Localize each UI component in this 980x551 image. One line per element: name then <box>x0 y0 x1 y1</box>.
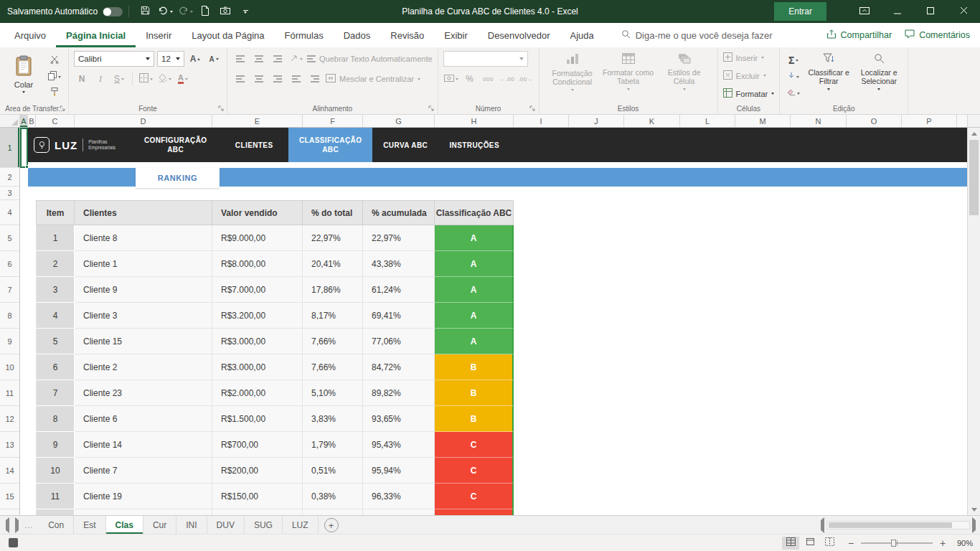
column-header-j[interactable]: J <box>569 115 624 127</box>
column-header-n[interactable]: N <box>791 115 847 127</box>
column-header-k[interactable]: K <box>624 115 680 127</box>
row-header-3[interactable]: 3 <box>0 187 19 200</box>
autosum-button[interactable]: Σ <box>785 54 802 67</box>
cliente-cell[interactable]: Cliente 3 <box>75 303 212 329</box>
valor-cell[interactable]: R$9.000,00 <box>212 225 303 251</box>
horizontal-scroll-thumb[interactable] <box>829 522 952 528</box>
cliente-cell[interactable]: Cliente 14 <box>75 432 212 458</box>
autosave-control[interactable]: Salvamento Automático <box>7 6 123 17</box>
column-header-c[interactable]: C <box>36 115 75 127</box>
cell-styles-button[interactable]: Estilos de Célula <box>656 50 712 96</box>
column-header-d[interactable]: D <box>75 115 212 127</box>
italic-button[interactable]: I <box>93 71 108 87</box>
minimize-button[interactable] <box>881 0 914 23</box>
vertical-scroll-thumb[interactable] <box>969 140 979 215</box>
scroll-down-button[interactable] <box>968 504 980 515</box>
row-header-10[interactable]: 10 <box>0 354 19 380</box>
pct-acum-cell[interactable]: 22,97% <box>363 225 435 251</box>
insert-cells-button[interactable]: Inserir <box>723 50 775 65</box>
cliente-cell[interactable]: Cliente 6 <box>75 406 212 432</box>
vertical-scrollbar[interactable] <box>967 128 980 515</box>
sheet-tab-ini[interactable]: INI <box>176 516 207 534</box>
ribbon-tab-dados[interactable]: Dados <box>334 23 381 47</box>
number-dialog-launcher[interactable] <box>529 104 537 113</box>
row-header-4[interactable]: 4 <box>0 200 19 225</box>
select-all-corner[interactable] <box>0 115 20 127</box>
align-middle-button[interactable] <box>251 51 267 67</box>
item-cell[interactable]: 10 <box>36 458 75 484</box>
item-cell[interactable]: 11 <box>36 484 75 509</box>
classificacao-cell[interactable]: A <box>435 329 514 354</box>
column-header-f[interactable]: F <box>303 115 363 127</box>
selected-cell-a1[interactable] <box>20 128 28 168</box>
sheet-nav-left-button[interactable] <box>6 520 9 530</box>
share-button[interactable]: Compartilhar <box>826 29 892 41</box>
classificacao-cell[interactable]: A <box>435 277 514 303</box>
ribbon-display-options-button[interactable] <box>848 0 881 23</box>
classificacao-cell[interactable]: A <box>435 303 514 329</box>
horizontal-scroll-track[interactable] <box>826 521 970 529</box>
ribbon-tab-pagina-inicial[interactable]: Página Inicial <box>56 23 136 47</box>
increase-decimal-button[interactable]: ←.00 <box>499 71 515 87</box>
row-header-13[interactable]: 13 <box>0 432 19 458</box>
ranking-tab[interactable]: RANKING <box>136 168 220 188</box>
row-header-12[interactable]: 12 <box>0 406 19 432</box>
row-header-8[interactable]: 8 <box>0 303 19 329</box>
zoom-in-button[interactable]: + <box>938 537 947 549</box>
column-header-h[interactable]: H <box>435 115 514 127</box>
cliente-cell[interactable]: Cliente 15 <box>75 329 212 354</box>
pct-acum-cell[interactable]: 61,24% <box>363 277 435 303</box>
undo-button[interactable] <box>155 0 175 23</box>
fill-handle[interactable] <box>25 165 29 169</box>
valor-cell[interactable]: R$7.000,00 <box>212 277 303 303</box>
font-size-select[interactable]: 12 <box>157 51 184 67</box>
valor-cell[interactable]: R$2.000,00 <box>212 380 303 406</box>
pct-total-cell[interactable]: 7,66% <box>303 329 363 354</box>
row-header-11[interactable]: 11 <box>0 380 19 406</box>
column-header-o[interactable]: O <box>847 115 902 127</box>
find-select-button[interactable]: Localizar e Selecionar <box>855 50 903 98</box>
pct-total-cell[interactable]: 1,79% <box>303 432 363 458</box>
workbook-tab-curva-abc[interactable]: CURVA ABC <box>372 128 438 162</box>
alignment-dialog-launcher[interactable] <box>428 104 436 113</box>
valor-cell[interactable]: R$3.000,00 <box>212 329 303 354</box>
sheet-tab-con[interactable]: Con <box>39 516 74 534</box>
font-color-button[interactable]: A <box>175 71 191 87</box>
item-cell[interactable]: 4 <box>36 303 75 329</box>
valor-cell[interactable]: R$3.200,00 <box>212 303 303 329</box>
decrease-indent-button[interactable] <box>288 71 304 87</box>
align-bottom-button[interactable] <box>270 51 286 67</box>
row-header-2[interactable]: 2 <box>0 168 19 187</box>
customize-quick-access-button[interactable] <box>235 0 255 23</box>
cliente-cell[interactable]: Cliente 2 <box>75 354 212 380</box>
item-cell[interactable]: 2 <box>36 251 75 277</box>
cliente-cell[interactable]: Cliente 19 <box>75 484 212 509</box>
align-top-button[interactable] <box>232 51 248 67</box>
macro-record-icon[interactable] <box>9 538 18 547</box>
classificacao-cell[interactable]: C <box>435 458 514 484</box>
classificacao-cell[interactable]: A <box>435 251 514 277</box>
sort-filter-button[interactable]: Classificar e Filtrar <box>805 50 852 98</box>
borders-button[interactable] <box>138 71 154 87</box>
camera-button[interactable] <box>215 0 235 23</box>
format-cells-button[interactable]: Formatar <box>723 86 775 101</box>
item-cell[interactable]: 7 <box>36 380 75 406</box>
new-sheet-button[interactable]: + <box>324 518 339 532</box>
redo-button[interactable] <box>175 0 195 23</box>
item-cell[interactable]: 9 <box>36 432 75 458</box>
align-right-button[interactable] <box>270 71 286 87</box>
fill-color-button[interactable] <box>156 71 172 87</box>
item-cell[interactable]: 8 <box>36 406 75 432</box>
ribbon-tab-formulas[interactable]: Fórmulas <box>275 23 334 47</box>
pct-acum-cell[interactable]: 93,65% <box>363 406 435 432</box>
sheet-overflow-indicator[interactable]: ... <box>24 521 33 529</box>
font-dialog-launcher[interactable] <box>217 104 225 113</box>
column-header-e[interactable]: E <box>212 115 303 127</box>
row-header-6[interactable]: 6 <box>0 251 19 277</box>
pct-total-cell[interactable]: 0,38% <box>303 484 363 509</box>
delete-cells-button[interactable]: Excluir <box>723 68 775 83</box>
ribbon-tab-desenvolvedor[interactable]: Desenvolvedor <box>478 23 560 47</box>
workbook-tab-configuracao-abc[interactable]: CONFIGURAÇÃO ABC <box>131 128 220 162</box>
paste-button[interactable]: Colar <box>6 50 41 98</box>
pct-total-cell[interactable]: 20,41% <box>303 251 363 277</box>
